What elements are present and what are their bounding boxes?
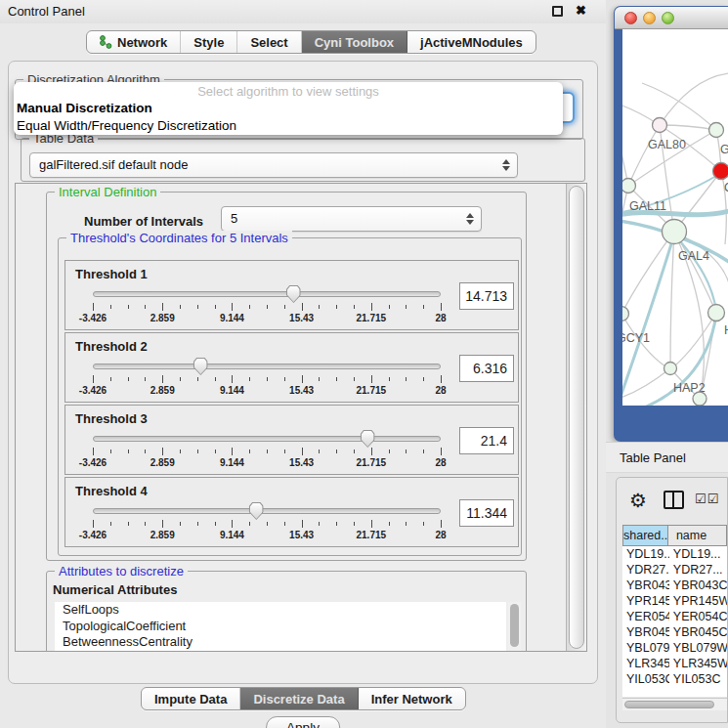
network-edge[interactable]: [677, 171, 721, 228]
table-horizontal-scrollbar[interactable]: [622, 698, 727, 710]
network-node-red[interactable]: [713, 163, 728, 180]
slider-thumb[interactable]: [193, 358, 208, 375]
algorithm-option[interactable]: Equal Width/Frequency Discretization: [14, 117, 563, 135]
network-node-GAL80[interactable]: [653, 118, 667, 133]
threshold-slider[interactable]: -3.4262.8599.14415.4321.71528: [93, 261, 441, 331]
attributes-group: Attributes to discretize Numerical Attri…: [46, 571, 527, 652]
interval-definition-group: Interval Definition Number of Intervals …: [46, 192, 527, 561]
tab-discretize-data[interactable]: Discretize Data: [240, 688, 358, 709]
slider-track[interactable]: [93, 291, 441, 297]
slider-thumb[interactable]: [249, 502, 264, 520]
network-edge[interactable]: [628, 125, 660, 186]
network-canvas[interactable]: GAL80GACGAL11GAL4GCY1HHAP2: [622, 29, 728, 406]
table-row[interactable]: YDR27...YDR27...: [622, 562, 727, 578]
network-node-GAL4[interactable]: [663, 220, 687, 244]
slider-thumb[interactable]: [286, 285, 301, 303]
slider-tick-labels: -3.4262.8599.14415.4321.71528: [93, 313, 441, 324]
attribute-list-item[interactable]: SelfLoops: [55, 602, 506, 619]
network-edge[interactable]: [622, 232, 674, 314]
top-tab-bar: NetworkStyleSelectCyni ToolboxjActiveMNo…: [86, 30, 536, 54]
network-edge[interactable]: [660, 125, 716, 130]
network-node-node-bottom[interactable]: [693, 392, 707, 406]
tab-jactivemnodules[interactable]: jActiveMNodules: [407, 31, 535, 53]
scrollbar-thumb[interactable]: [624, 701, 714, 708]
table-row[interactable]: YLR345WYLR345W: [622, 656, 727, 671]
cell-name: YPR145W: [669, 593, 727, 609]
cyni-toolbox-panel: Discretization Algorithm Table Data galF…: [8, 61, 598, 684]
attributes-list-scrollbar[interactable]: [508, 602, 521, 652]
table-row[interactable]: YBL079WYBL079W: [622, 640, 727, 656]
threshold-value-field[interactable]: 21.4: [459, 427, 514, 454]
slider-track[interactable]: [93, 436, 441, 442]
network-edge[interactable]: [660, 73, 728, 125]
threshold-slider[interactable]: -3.4262.8599.14415.4321.71528: [93, 406, 441, 476]
table-row[interactable]: YBR045CYBR045C: [622, 624, 727, 640]
network-edge[interactable]: [622, 235, 674, 403]
network-node-H[interactable]: [708, 305, 725, 321]
gear-icon[interactable]: ⚙: [629, 490, 647, 511]
tab-style[interactable]: Style: [181, 31, 237, 53]
network-edge[interactable]: [622, 127, 628, 186]
table-row[interactable]: YBR043CYBR043C: [622, 578, 727, 593]
float-window-icon[interactable]: [552, 6, 563, 17]
checkboxes-icon[interactable]: ☑☑: [695, 492, 719, 506]
network-node-label: GA: [720, 143, 728, 156]
zoom-traffic-light-icon[interactable]: [662, 12, 674, 24]
close-icon[interactable]: ✖: [576, 3, 586, 18]
column-header-shared-name[interactable]: shared...: [622, 525, 668, 546]
threshold-slider[interactable]: -3.4262.8599.14415.4321.71528: [93, 333, 441, 404]
control-panel-title: Control Panel: [8, 4, 85, 19]
network-window-titlebar[interactable]: [615, 7, 728, 29]
network-view-window: GAL80GACGAL11GAL4GCY1HHAP2: [614, 6, 728, 442]
network-node-HAP2[interactable]: [664, 363, 677, 375]
algorithm-prompt-option[interactable]: Select algorithm to view settings: [14, 83, 563, 100]
network-node-GAL11[interactable]: [622, 179, 636, 193]
attribute-list-item[interactable]: BetweennessCentrality: [55, 634, 506, 651]
network-icon: [100, 35, 112, 49]
slider-track[interactable]: [93, 364, 441, 369]
cell-name: YDR27...: [669, 562, 727, 578]
tab-label: Infer Network: [371, 692, 452, 707]
table-row[interactable]: YIL053CYIL053C: [622, 671, 727, 687]
close-traffic-light-icon[interactable]: [624, 12, 637, 24]
table-row[interactable]: YDL19...YDL19...: [622, 546, 727, 562]
cell-shared-name: YER054C: [622, 609, 669, 624]
scrollbar-thumb[interactable]: [569, 186, 584, 649]
tab-cyni-toolbox[interactable]: Cyni Toolbox: [302, 31, 407, 53]
network-node-label: GAL4: [678, 249, 709, 263]
attributes-group-title: Attributes to discretize: [55, 564, 188, 578]
threshold-box: Threshold 3 -3.4262.8599.14415.4321.7152…: [64, 405, 519, 475]
table-data-combobox[interactable]: galFiltered.sif default node: [29, 152, 518, 178]
network-node-GA[interactable]: [709, 123, 724, 138]
bottom-tab-bar: Impute DataDiscretize DataInfer Network: [141, 687, 466, 710]
apply-button[interactable]: Apply: [266, 716, 340, 728]
number-of-intervals-combobox[interactable]: 5: [221, 206, 482, 232]
column-header-name[interactable]: name: [667, 525, 727, 546]
tab-label: Network: [117, 35, 167, 50]
slider-thumb[interactable]: [361, 430, 375, 448]
cell-name: YER054C: [669, 609, 727, 624]
cell-name: YBR045C: [669, 624, 727, 640]
minimize-traffic-light-icon[interactable]: [643, 12, 656, 24]
tab-infer-network[interactable]: Infer Network: [359, 688, 465, 709]
settings-vertical-scrollbar[interactable]: [566, 184, 586, 651]
tab-impute-data[interactable]: Impute Data: [142, 688, 240, 709]
threshold-value-field[interactable]: 11.344: [459, 499, 514, 527]
scrollbar-thumb[interactable]: [510, 604, 519, 647]
network-node-GCY1[interactable]: [622, 307, 629, 321]
network-node-label: GCY1: [622, 331, 650, 345]
table-row[interactable]: YPR145WYPR145W: [622, 593, 727, 609]
threshold-value-field[interactable]: 6.316: [459, 355, 514, 382]
network-edge[interactable]: [670, 232, 674, 368]
tab-network[interactable]: Network: [87, 31, 181, 53]
algorithm-option[interactable]: Manual Discretization: [14, 100, 563, 117]
threshold-slider[interactable]: -3.4262.8599.14415.4321.71528: [93, 478, 441, 548]
columns-icon[interactable]: [664, 491, 684, 509]
cell-shared-name: YIL053C: [622, 671, 669, 687]
tab-select[interactable]: Select: [237, 31, 301, 53]
attribute-list-item[interactable]: TopologicalCoefficient: [55, 619, 506, 635]
threshold-value-field[interactable]: 14.713: [459, 282, 514, 310]
table-row[interactable]: YER054CYER054C: [622, 609, 727, 624]
slider-ticks: [93, 520, 441, 529]
slider-track[interactable]: [93, 508, 441, 514]
